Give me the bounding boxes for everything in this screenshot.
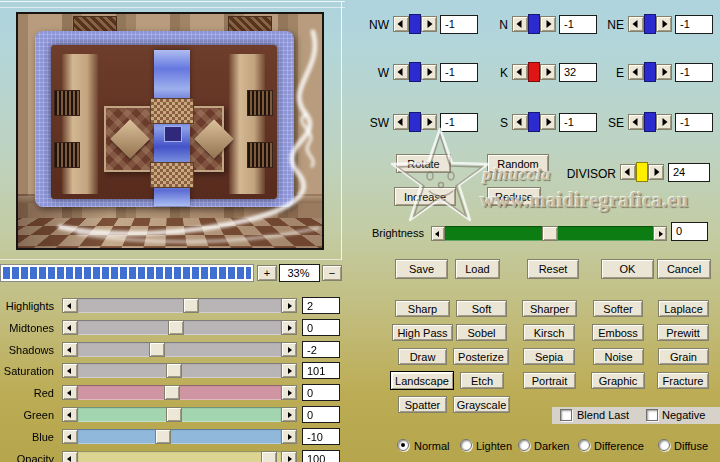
slider-right-arrow[interactable]: [281, 451, 297, 462]
reset-button[interactable]: Reset: [527, 259, 579, 279]
spinner-thumb[interactable]: [644, 14, 656, 34]
matrix-cell-value[interactable]: -1: [675, 63, 713, 82]
spinner-right-arrow[interactable]: [540, 114, 556, 130]
spinner-right-arrow[interactable]: [656, 16, 672, 32]
rotate-button[interactable]: Rotate: [396, 154, 451, 173]
slider-left-arrow[interactable]: [62, 342, 78, 357]
spinner-thumb[interactable]: [409, 112, 421, 132]
spinner-right-arrow[interactable]: [656, 64, 672, 80]
preset-button-noise[interactable]: Noise: [593, 348, 644, 365]
preset-button-laplace[interactable]: Laplace: [658, 300, 709, 317]
slider-right-arrow[interactable]: [653, 226, 667, 241]
preset-button-grain[interactable]: Grain: [658, 348, 709, 365]
adjustment-value[interactable]: 100: [302, 450, 340, 462]
slider-track[interactable]: [78, 298, 281, 313]
slider-left-arrow[interactable]: [62, 385, 78, 400]
spinner-right-arrow[interactable]: [540, 16, 556, 32]
slider-right-arrow[interactable]: [281, 363, 297, 378]
preset-button-sepia[interactable]: Sepia: [523, 348, 575, 365]
slider-right-arrow[interactable]: [281, 407, 297, 422]
preset-button-soft[interactable]: Soft: [456, 300, 507, 317]
slider-right-arrow[interactable]: [281, 298, 297, 313]
spinner-thumb[interactable]: [636, 162, 648, 182]
blend-last-checkbox[interactable]: [560, 409, 572, 421]
spinner-right-arrow[interactable]: [421, 64, 437, 80]
adjustment-value[interactable]: -2: [302, 341, 340, 358]
slider-right-arrow[interactable]: [281, 342, 297, 357]
preset-button-grayscale[interactable]: Grayscale: [453, 396, 510, 413]
slider-track[interactable]: [78, 451, 281, 462]
spinner-left-arrow[interactable]: [628, 114, 644, 130]
slider-thumb[interactable]: [164, 385, 180, 400]
adjustment-value[interactable]: 0: [302, 406, 340, 423]
slider-thumb[interactable]: [149, 342, 165, 357]
radio-normal[interactable]: [397, 439, 409, 451]
spinner-right-arrow[interactable]: [656, 114, 672, 130]
slider-left-arrow[interactable]: [62, 407, 78, 422]
preset-button-sharper[interactable]: Sharper: [522, 300, 577, 317]
spinner-thumb[interactable]: [644, 62, 656, 82]
slider-left-arrow[interactable]: [62, 451, 78, 462]
slider-thumb[interactable]: [183, 298, 199, 313]
spinner-thumb[interactable]: [409, 62, 421, 82]
preset-button-posterize[interactable]: Posterize: [453, 348, 509, 365]
slider-thumb[interactable]: [155, 429, 171, 444]
negative-checkbox[interactable]: [646, 409, 658, 421]
preview-image[interactable]: [16, 12, 324, 250]
spinner-thumb[interactable]: [528, 112, 540, 132]
preset-button-portrait[interactable]: Portrait: [523, 372, 576, 389]
load-button[interactable]: Load: [455, 259, 500, 279]
preset-button-sobel[interactable]: Sobel: [456, 324, 507, 341]
preset-button-kirsch[interactable]: Kirsch: [523, 324, 575, 341]
spinner-left-arrow[interactable]: [512, 64, 528, 80]
preset-button-etch[interactable]: Etch: [460, 372, 504, 389]
spinner-left-arrow[interactable]: [628, 64, 644, 80]
preset-button-prewitt[interactable]: Prewitt: [657, 324, 709, 341]
slider-right-arrow[interactable]: [281, 385, 297, 400]
spinner-left-arrow[interactable]: [512, 114, 528, 130]
divisor-value[interactable]: 24: [668, 163, 710, 182]
preset-button-draw[interactable]: Draw: [398, 348, 447, 365]
preset-button-softer[interactable]: Softer: [593, 300, 643, 317]
radio-lighten[interactable]: [460, 439, 472, 451]
cancel-button[interactable]: Cancel: [657, 259, 711, 279]
spinner-right-arrow[interactable]: [648, 164, 664, 180]
slider-track[interactable]: [78, 342, 281, 357]
radio-difference[interactable]: [578, 439, 590, 451]
slider-thumb[interactable]: [166, 363, 182, 378]
preset-button-emboss[interactable]: Emboss: [592, 324, 644, 341]
brightness-thumb[interactable]: [542, 226, 558, 241]
brightness-value[interactable]: 0: [671, 222, 708, 241]
increase-button[interactable]: Increase: [394, 187, 456, 206]
slider-thumb[interactable]: [166, 407, 182, 422]
preset-button-high-pass[interactable]: High Pass: [392, 324, 453, 341]
spinner-left-arrow[interactable]: [628, 16, 644, 32]
slider-right-arrow[interactable]: [281, 320, 297, 335]
adjustment-value[interactable]: 101: [302, 362, 340, 379]
preset-button-graphic[interactable]: Graphic: [591, 372, 645, 389]
slider-left-arrow[interactable]: [431, 226, 445, 241]
matrix-cell-value[interactable]: -1: [675, 113, 713, 132]
adjustment-value[interactable]: -10: [302, 428, 340, 445]
slider-left-arrow[interactable]: [62, 320, 78, 335]
spinner-left-arrow[interactable]: [393, 64, 409, 80]
spinner-thumb[interactable]: [644, 112, 656, 132]
adjustment-value[interactable]: 0: [302, 384, 340, 401]
slider-thumb[interactable]: [261, 451, 277, 462]
zoom-in-button[interactable]: +: [257, 265, 277, 281]
reduce-button[interactable]: Reduce: [487, 187, 541, 206]
adjustment-value[interactable]: 2: [302, 297, 340, 314]
spinner-right-arrow[interactable]: [421, 114, 437, 130]
spinner-left-arrow[interactable]: [512, 16, 528, 32]
spinner-thumb[interactable]: [528, 14, 540, 34]
slider-thumb[interactable]: [168, 320, 184, 335]
adjustment-value[interactable]: 0: [302, 319, 340, 336]
slider-right-arrow[interactable]: [281, 429, 297, 444]
spinner-thumb[interactable]: [409, 14, 421, 34]
radio-diffuse[interactable]: [658, 439, 670, 451]
slider-track[interactable]: [78, 429, 281, 444]
preset-button-landscape[interactable]: Landscape: [390, 371, 454, 390]
preset-button-fracture[interactable]: Fracture: [657, 372, 709, 389]
slider-left-arrow[interactable]: [62, 298, 78, 313]
spinner-right-arrow[interactable]: [540, 64, 556, 80]
